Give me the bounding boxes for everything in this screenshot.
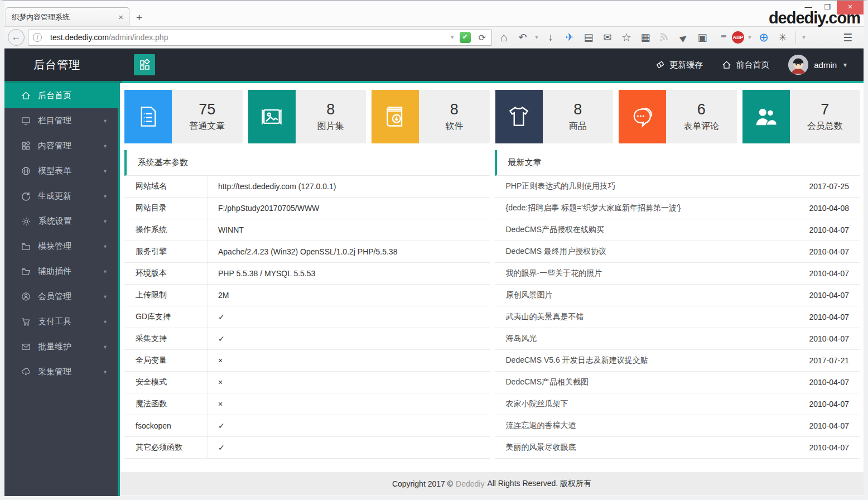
article-title[interactable]: PHP正则表达式的几则使用技巧 — [506, 181, 616, 191]
param-row: 采集支持 ✓ — [124, 328, 490, 350]
front-home-button[interactable]: 前台首页 — [722, 60, 769, 70]
abp-caret-icon[interactable]: ▼ — [746, 35, 753, 40]
sidebar-item-content[interactable]: 内容管理 ▼ — [4, 133, 118, 158]
contacts-icon[interactable]: ▤ — [580, 31, 597, 44]
stat-value: 8 — [450, 101, 459, 118]
stat-card-members[interactable]: 7会员总数 — [742, 90, 861, 143]
article-row[interactable]: 农家小院丝瓜架下 2010-04-07 — [495, 393, 861, 415]
sidebar-item-settings[interactable]: 系统设置 ▼ — [4, 209, 118, 234]
article-title[interactable]: DedeCMS产品授权在线购买 — [506, 225, 605, 235]
home-icon[interactable]: ⌂ — [495, 31, 512, 44]
sidebar-item-payment[interactable]: 支付工具 ▼ — [4, 309, 118, 334]
article-row[interactable]: DedeCMS产品相关截图 2010-04-07 — [495, 372, 861, 393]
send-icon[interactable]: ▶ — [674, 28, 693, 46]
article-row[interactable]: DedeCMS 最终用户授权协议 2010-04-07 — [495, 241, 861, 263]
maximize-button[interactable]: ❒ — [818, 1, 837, 11]
article-row[interactable]: 我的眼界-一些关于花的照片 2010-04-07 — [495, 263, 861, 285]
sidebar-item-collect[interactable]: 采集管理 ▼ — [4, 359, 118, 384]
article-row[interactable]: PHP正则表达式的几则使用技巧 2017-07-25 — [495, 176, 861, 198]
tab-close-icon[interactable]: × — [118, 12, 123, 22]
reload-icon[interactable]: ⟳ — [475, 32, 489, 43]
download-icon[interactable]: ↓ — [542, 31, 559, 44]
param-value: ✓ — [208, 443, 225, 452]
sidebar-item-batch[interactable]: 批量维护 ▼ — [4, 334, 118, 359]
minimize-button[interactable]: — — [799, 1, 818, 11]
url-domain: test.dedediy.com — [50, 33, 109, 42]
globe-icon[interactable]: ⊕ — [755, 31, 772, 44]
article-title[interactable]: 美丽的风景尽收眼底 — [506, 443, 576, 453]
update-cache-button[interactable]: 更新缓存 — [655, 60, 703, 70]
article-title[interactable]: DedeCMS V5.6 开发日志及新建议提交贴 — [506, 355, 648, 366]
plugin-icon[interactable]: ✳ — [774, 31, 791, 44]
members-icon — [753, 104, 779, 129]
article-title[interactable]: 农家小院丝瓜架下 — [506, 399, 568, 409]
grid-icon — [139, 59, 150, 70]
rss-icon[interactable] — [656, 31, 673, 44]
stat-value: 8 — [573, 101, 582, 118]
sidebar-item-columns[interactable]: 栏目管理 ▼ — [4, 108, 118, 133]
stat-card-galleries[interactable]: 8图片集 — [248, 90, 367, 143]
bookmark-star-icon[interactable]: ☆ — [618, 31, 635, 44]
toolbar-separator — [795, 31, 796, 44]
clipboard-icon[interactable]: ▦ — [637, 31, 654, 44]
sidebar-item-modules[interactable]: 模块管理 ▼ — [4, 234, 118, 259]
overflow-caret-icon[interactable]: ▼ — [801, 35, 807, 40]
stat-card-comments[interactable]: 6表单评论 — [619, 90, 737, 143]
sidebar-item-generate[interactable]: 生成更新 ▼ — [4, 184, 118, 209]
stat-card-software[interactable]: 8软件 — [372, 90, 490, 143]
article-title[interactable]: {dede:招聘启事 标题='织梦大家庭新年招募第一波'} — [506, 203, 681, 213]
thunder-icon[interactable]: ✈ — [561, 31, 578, 44]
sidebar-item-plugins[interactable]: 辅助插件 ▼ — [4, 259, 118, 284]
article-row[interactable]: 海岛风光 2010-04-07 — [495, 328, 861, 350]
sidebar-item-members[interactable]: 会员管理 ▼ — [4, 284, 118, 309]
chevron-down-icon: ▼ — [103, 169, 108, 174]
brand-link[interactable]: Dedediy — [456, 479, 484, 488]
undo-caret-icon[interactable]: ▼ — [533, 35, 540, 40]
adblock-plus-icon[interactable]: ABP — [732, 31, 744, 44]
url-text[interactable]: test.dedediy.com/admin/index.php — [50, 33, 445, 42]
user-menu[interactable]: admin ▼ — [788, 55, 848, 75]
param-row: 环境版本 PHP 5.5.38 / MYSQL 5.5.53 — [124, 263, 490, 285]
adguard-shield-icon[interactable]: ✔ — [460, 32, 471, 43]
sidebar-panel-icon[interactable]: ▣ — [694, 31, 711, 44]
article-title[interactable]: 我的眼界-一些关于花的照片 — [506, 268, 602, 278]
article-title[interactable]: DedeCMS产品相关截图 — [506, 377, 589, 387]
close-button[interactable]: × — [837, 1, 864, 15]
sidebar-item-dashboard[interactable]: 后台首页 — [4, 83, 118, 108]
sidebar-toggle-button[interactable] — [134, 54, 155, 75]
article-row[interactable]: 原创风景图片 2010-04-07 — [495, 285, 861, 306]
stat-card-goods[interactable]: 8商品 — [495, 90, 614, 143]
url-dropdown-icon[interactable]: ▼ — [449, 35, 456, 40]
stat-label: 会员总数 — [807, 121, 843, 132]
article-title[interactable]: 武夷山的美景真是不错 — [506, 312, 584, 322]
site-info-icon[interactable]: i — [33, 33, 42, 42]
browser-tab[interactable]: 织梦内容管理系统 × — [6, 7, 129, 26]
gallery-icon — [259, 104, 284, 129]
stat-value: 7 — [821, 101, 829, 118]
article-row[interactable]: DedeCMS产品授权在线购买 2010-04-07 — [495, 219, 861, 241]
article-date: 2010-04-07 — [809, 225, 849, 234]
url-bar[interactable]: i test.dedediy.com/admin/index.php ▼ ✔ ⟳ — [28, 30, 492, 46]
article-row[interactable]: 流连忘返的香樟大道 2010-04-07 — [495, 415, 861, 437]
menu-icon[interactable]: ☰ — [837, 31, 858, 44]
article-row[interactable]: DedeCMS V5.6 开发日志及新建议提交贴 2017-07-21 — [495, 350, 861, 372]
param-row: 其它必须函数 ✓ — [124, 437, 490, 459]
back-button[interactable]: ← — [8, 29, 25, 46]
article-row[interactable]: 武夷山的美景真是不错 2010-04-07 — [495, 306, 861, 328]
article-row[interactable]: {dede:招聘启事 标题='织梦大家庭新年招募第一波'} 2010-04-08 — [495, 198, 861, 219]
undo-icon[interactable]: ↶ — [514, 31, 531, 44]
article-title[interactable]: 海岛风光 — [506, 334, 537, 344]
param-label: 全局变量 — [124, 350, 208, 371]
param-label: 环境版本 — [124, 263, 208, 284]
new-tab-button[interactable]: + — [129, 12, 150, 26]
article-title[interactable]: DedeCMS 最终用户授权协议 — [506, 247, 606, 257]
sidebar-item-label: 栏目管理 — [38, 116, 71, 126]
mail-icon[interactable]: ✉ — [599, 31, 616, 44]
sidebar-item-models[interactable]: 模型表单 ▼ — [4, 158, 118, 184]
software-icon — [383, 104, 408, 129]
param-label: 安全模式 — [124, 372, 208, 393]
stat-card-articles[interactable]: 75普通文章 — [124, 90, 243, 143]
article-title[interactable]: 流连忘返的香樟大道 — [506, 421, 576, 431]
article-row[interactable]: 美丽的风景尽收眼底 2010-04-07 — [495, 437, 861, 459]
article-title[interactable]: 原创风景图片 — [506, 290, 553, 300]
